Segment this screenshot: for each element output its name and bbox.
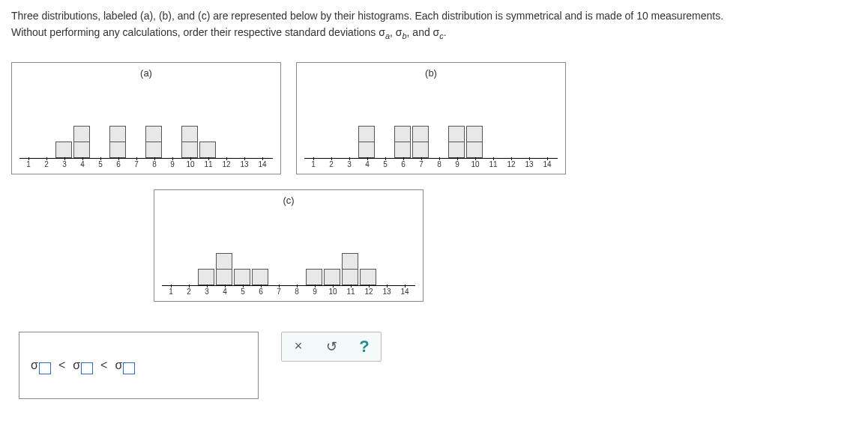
chart-a-axis: 1234567891011121314 bbox=[19, 160, 273, 172]
chart-b: (b) 1234567891011121314 bbox=[296, 62, 566, 174]
bar-block bbox=[199, 142, 216, 158]
axis-tick: 9 bbox=[455, 160, 459, 168]
bar-block bbox=[306, 269, 322, 285]
axis-tick: 8 bbox=[152, 160, 157, 168]
axis-tick: 11 bbox=[489, 160, 497, 168]
bar-block bbox=[394, 142, 411, 158]
bar-block bbox=[216, 253, 232, 270]
axis-tick: 10 bbox=[186, 160, 194, 168]
sigma-input-3[interactable]: σ bbox=[115, 359, 135, 372]
bar-block bbox=[198, 269, 214, 285]
axis-tick: 10 bbox=[328, 288, 337, 296]
axis-tick: 2 bbox=[329, 160, 334, 168]
axis-tick: 4 bbox=[365, 160, 370, 168]
bar-block bbox=[448, 126, 465, 142]
bar-block bbox=[181, 142, 198, 158]
bar-block bbox=[412, 126, 429, 142]
axis-tick: 14 bbox=[258, 160, 266, 168]
bar-block bbox=[73, 142, 90, 158]
axis-tick: 6 bbox=[401, 160, 406, 168]
help-button[interactable]: ? bbox=[355, 338, 373, 356]
axis-tick: 3 bbox=[205, 288, 209, 296]
help-icon: ? bbox=[359, 337, 369, 356]
axis-tick: 8 bbox=[295, 288, 299, 296]
sub-input-1[interactable] bbox=[39, 362, 51, 374]
axis-tick: 12 bbox=[222, 160, 230, 168]
axis-tick: 11 bbox=[346, 288, 355, 296]
sub-input-2[interactable] bbox=[81, 362, 93, 374]
axis-tick: 12 bbox=[364, 288, 373, 296]
bar-block bbox=[145, 142, 162, 158]
bar bbox=[448, 127, 466, 158]
bar bbox=[358, 127, 376, 158]
bar bbox=[55, 142, 73, 158]
bar bbox=[324, 270, 342, 285]
bar bbox=[234, 270, 252, 285]
chart-b-label: (b) bbox=[425, 67, 437, 79]
axis-tick: 7 bbox=[277, 288, 281, 296]
bar-block bbox=[216, 269, 232, 285]
chart-a-label: (a) bbox=[140, 67, 152, 79]
sigma-input-1[interactable]: σ bbox=[31, 359, 51, 372]
axis-tick: 1 bbox=[26, 160, 31, 168]
axis-tick: 14 bbox=[543, 160, 551, 168]
bar-block bbox=[324, 269, 340, 285]
charts-area: (a) 1234567891011121314 (b) 123456789101… bbox=[11, 62, 581, 302]
bar bbox=[73, 127, 91, 158]
bar bbox=[198, 270, 216, 285]
axis-tick: 13 bbox=[240, 160, 248, 168]
axis-tick: 1 bbox=[311, 160, 316, 168]
chart-a: (a) 1234567891011121314 bbox=[11, 62, 281, 174]
axis-tick: 9 bbox=[313, 288, 317, 296]
chart-c-label: (c) bbox=[283, 195, 294, 206]
axis-tick: 2 bbox=[44, 160, 49, 168]
sub-input-3[interactable] bbox=[123, 362, 135, 374]
axis-tick: 3 bbox=[347, 160, 352, 168]
chart-c-hist bbox=[162, 218, 415, 286]
bar-block bbox=[412, 142, 429, 158]
axis-tick: 5 bbox=[98, 160, 103, 168]
bar bbox=[216, 254, 234, 285]
axis-tick: 13 bbox=[382, 288, 391, 296]
bar-block bbox=[358, 126, 375, 142]
axis-tick: 12 bbox=[507, 160, 515, 168]
bar bbox=[199, 142, 217, 158]
axis-tick: 9 bbox=[170, 160, 175, 168]
clear-button[interactable]: × bbox=[289, 338, 307, 356]
axis-tick: 13 bbox=[525, 160, 533, 168]
bar-block bbox=[252, 269, 268, 285]
axis-tick: 7 bbox=[419, 160, 424, 168]
axis-tick: 4 bbox=[80, 160, 85, 168]
sigma-a: σ bbox=[379, 26, 385, 38]
question-text: Three distributions, labeled (a), (b), a… bbox=[11, 7, 857, 43]
bar-block bbox=[73, 126, 90, 142]
reset-button[interactable]: ↺ bbox=[322, 338, 340, 356]
axis-tick: 11 bbox=[204, 160, 212, 168]
chart-b-hist bbox=[304, 91, 558, 159]
bar-block bbox=[358, 142, 375, 158]
axis-tick: 14 bbox=[400, 288, 409, 296]
bar-block bbox=[342, 253, 358, 270]
sigma-c: σ bbox=[433, 26, 440, 38]
bar bbox=[306, 270, 324, 285]
answer-box: σ < σ < σ bbox=[19, 332, 259, 399]
bar-block bbox=[466, 126, 483, 142]
bar-block bbox=[55, 142, 72, 158]
bar-block bbox=[181, 126, 198, 142]
sigma-input-2[interactable]: σ bbox=[73, 359, 93, 372]
bar bbox=[181, 127, 199, 158]
close-icon: × bbox=[295, 338, 303, 354]
bar bbox=[252, 270, 270, 285]
q-line1-suffix: measurements. bbox=[648, 10, 723, 22]
axis-tick: 7 bbox=[134, 160, 139, 168]
bar bbox=[394, 127, 412, 158]
axis-tick: 3 bbox=[62, 160, 67, 168]
bar-block bbox=[360, 269, 376, 285]
axis-tick: 2 bbox=[187, 288, 191, 296]
control-box: × ↺ ? bbox=[281, 332, 382, 362]
axis-tick: 4 bbox=[223, 288, 227, 296]
chart-a-hist bbox=[19, 91, 273, 159]
bar bbox=[109, 127, 127, 158]
chart-c: (c) 1234567891011121314 bbox=[154, 189, 424, 302]
bar-block bbox=[448, 142, 465, 158]
